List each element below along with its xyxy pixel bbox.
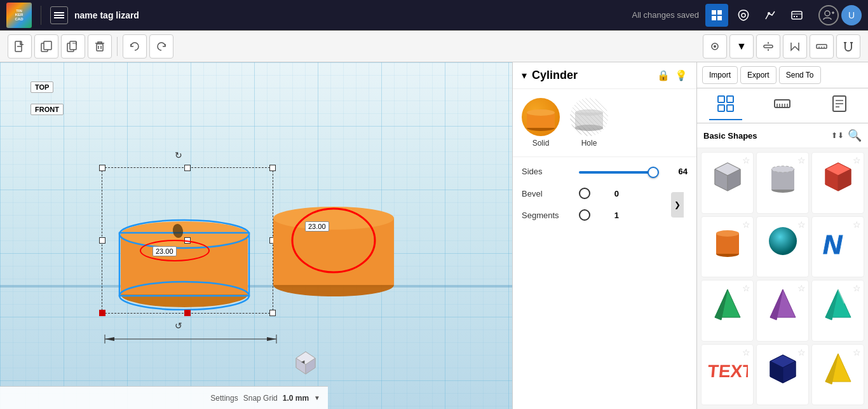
shape-card-cylinder-grey[interactable]: ☆ xyxy=(756,152,809,214)
bottom-bar: Settings Snap Grid 1.0 mm ▼ xyxy=(0,386,328,409)
shapes-category-label: Basic Shapes xyxy=(703,131,827,141)
favorite-star-prism[interactable]: ☆ xyxy=(853,283,861,293)
favorite-star-text[interactable]: ☆ xyxy=(742,347,750,357)
view-dropdown-btn[interactable]: ▼ xyxy=(729,34,754,59)
nav-cube[interactable]: ◀ xyxy=(290,345,322,377)
sim-mode-btn[interactable] xyxy=(785,4,808,27)
svg-point-43 xyxy=(121,221,248,247)
svg-rect-24 xyxy=(97,44,103,51)
divider-1 xyxy=(513,156,696,157)
rpanel-tab-notes[interactable] xyxy=(823,91,856,120)
svg-rect-19 xyxy=(44,41,51,50)
props-header: ▾ Cylinder 🔒 💡 xyxy=(513,62,696,89)
shape-card-box[interactable]: ☆ xyxy=(701,152,754,214)
rpanel-tab-ruler[interactable] xyxy=(766,91,799,120)
user-avatar[interactable]: U xyxy=(841,5,862,25)
sides-slider[interactable] xyxy=(579,171,659,174)
bevel-toggle[interactable] xyxy=(579,188,590,199)
solid-option[interactable]: Solid xyxy=(522,98,560,148)
favorite-star-cyl-orange[interactable]: ☆ xyxy=(742,219,750,230)
props-vis-btn[interactable]: 💡 xyxy=(675,69,688,81)
project-name: name tag lizard xyxy=(74,10,139,20)
svg-rect-69 xyxy=(727,96,733,102)
rpanel-import-btn[interactable]: Import xyxy=(702,66,738,84)
viewport[interactable]: TOP FRONT xyxy=(0,62,512,409)
tinkercad-logo: TINKERCAD xyxy=(6,3,32,28)
shapes-category-bar: Basic Shapes ⬆⬇ 🔍 xyxy=(697,123,868,148)
toolbar: ▼ xyxy=(0,31,868,62)
bevel-row: Bevel 0 xyxy=(513,183,696,204)
shape-card-pyramid-purple[interactable]: ☆ xyxy=(756,280,809,342)
shape-card-logo[interactable]: ☆ N N xyxy=(811,216,864,278)
add-user-btn[interactable] xyxy=(818,5,839,25)
favorite-star-cyl-grey[interactable]: ☆ xyxy=(797,155,806,165)
svg-rect-11 xyxy=(794,16,795,17)
rpanel-export-btn[interactable]: Export xyxy=(740,66,776,84)
delete-btn[interactable] xyxy=(88,34,112,59)
cylinder-right[interactable]: 23.00 xyxy=(267,158,400,285)
segments-value: 1 xyxy=(597,211,619,220)
svg-marker-52 xyxy=(267,337,276,341)
svg-point-67 xyxy=(575,109,603,116)
hole-label: Hole xyxy=(581,139,597,148)
props-lock-btn[interactable]: 🔒 xyxy=(657,69,670,81)
svg-point-8 xyxy=(768,12,770,15)
favorite-star-pyr-purple[interactable]: ☆ xyxy=(797,283,806,293)
rpanel-sendto-btn[interactable]: Send To xyxy=(779,66,821,84)
grid-view-btn[interactable] xyxy=(705,4,728,27)
favorite-star-pyr-yellow[interactable]: ☆ xyxy=(853,347,861,357)
favorite-star-sphere[interactable]: ☆ xyxy=(797,219,806,230)
props-collapse-btn[interactable]: ▾ xyxy=(522,69,527,81)
cylinder-left[interactable]: ↻ ↺ xyxy=(114,177,254,304)
dim-label-bottom[interactable]: 23.00 xyxy=(153,246,177,256)
duplicate-btn[interactable] xyxy=(61,34,85,59)
redo-btn[interactable] xyxy=(149,34,173,59)
favorite-star-box[interactable]: ☆ xyxy=(742,155,750,165)
dim-label-right[interactable]: 23.00 xyxy=(305,221,329,232)
shape-card-pyramid-green[interactable]: ☆ xyxy=(701,280,754,342)
view-label-top: TOP xyxy=(31,81,53,93)
expand-panel-btn[interactable]: ❯ xyxy=(671,192,684,218)
new-btn[interactable] xyxy=(8,34,32,59)
shape-card-box-navy[interactable]: ☆ xyxy=(756,344,809,406)
svg-point-28 xyxy=(714,45,716,48)
view-btn[interactable] xyxy=(703,34,727,59)
status-text: All changes saved xyxy=(632,10,699,20)
svg-rect-4 xyxy=(717,10,722,15)
shape-card-pyramid-yellow[interactable]: ☆ xyxy=(811,344,864,406)
svg-text:TEXT: TEXT xyxy=(707,361,748,381)
svg-rect-6 xyxy=(717,16,722,20)
favorite-star-navy[interactable]: ☆ xyxy=(797,347,806,357)
favorite-star-logo[interactable]: ☆ xyxy=(853,219,861,230)
shape-options: Solid Hole xyxy=(513,89,696,154)
tinker-mode-btn[interactable] xyxy=(732,4,755,27)
properties-panel: ▾ Cylinder 🔒 💡 Solid xyxy=(512,62,696,409)
shape-card-prism-teal[interactable]: ☆ xyxy=(811,280,864,342)
shape-card-red-box[interactable]: ☆ xyxy=(811,152,864,214)
mirror-btn[interactable] xyxy=(783,34,807,59)
segments-toggle[interactable] xyxy=(579,209,590,221)
favorite-star-pyr-green[interactable]: ☆ xyxy=(742,283,750,293)
shape-card-sphere-teal[interactable]: ☆ xyxy=(756,216,809,278)
copy-btn[interactable] xyxy=(34,34,58,59)
ruler-btn[interactable] xyxy=(810,34,834,59)
svg-rect-12 xyxy=(796,16,797,17)
favorite-star-red-box[interactable]: ☆ xyxy=(853,155,861,165)
svg-rect-21 xyxy=(70,41,76,50)
snap-grid-dropdown[interactable]: ▼ xyxy=(314,394,320,401)
magnet-btn[interactable] xyxy=(836,34,860,59)
undo-btn[interactable] xyxy=(123,34,147,59)
align-btn[interactable] xyxy=(756,34,780,59)
bevel-label: Bevel xyxy=(522,189,573,198)
build-mode-btn[interactable] xyxy=(759,4,782,27)
shapes-search-btn[interactable]: 🔍 xyxy=(848,128,862,142)
sides-row: Sides 64 xyxy=(513,160,696,183)
rpanel-tab-grid[interactable] xyxy=(709,91,742,120)
shape-card-text-red[interactable]: ☆ TEXT xyxy=(701,344,754,406)
hole-option[interactable]: Hole xyxy=(570,98,608,148)
snap-grid-value: 1.0 mm xyxy=(283,394,309,403)
shapes-category-dropdown[interactable]: ⬆⬇ xyxy=(831,131,844,140)
svg-point-55 xyxy=(273,207,394,230)
shape-card-cylinder-orange[interactable]: ☆ xyxy=(701,216,754,278)
menu-icon[interactable] xyxy=(50,6,68,24)
